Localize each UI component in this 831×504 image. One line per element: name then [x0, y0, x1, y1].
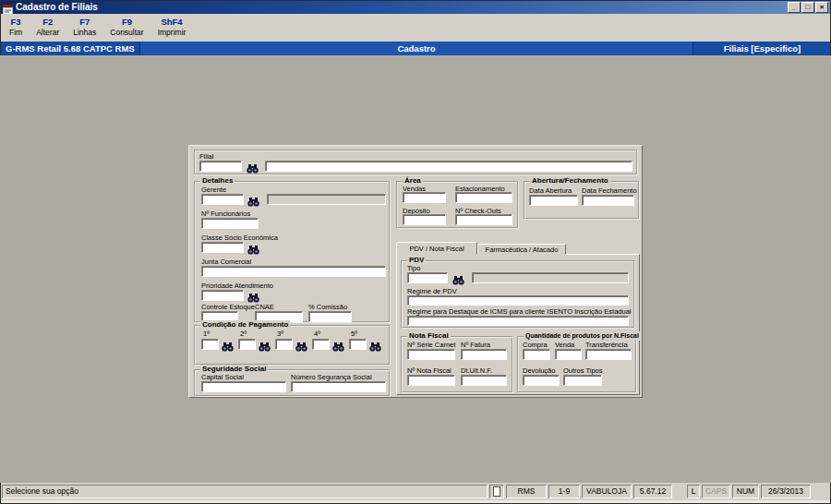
toolbar-key: ShF4 [161, 17, 182, 28]
venda-input[interactable] [555, 349, 582, 360]
num-funcionarios-input[interactable] [201, 218, 259, 229]
serie-carnet-input[interactable] [407, 349, 455, 360]
toolbar-button-fim[interactable]: F3 Fim [6, 16, 26, 39]
binoculars-icon[interactable] [369, 339, 382, 349]
gerente-code-input[interactable] [201, 194, 244, 205]
binoculars-icon[interactable] [332, 339, 345, 349]
tab-farmaceutica-atacado[interactable]: Farmacêutica / Atacado [477, 244, 566, 255]
condicao-1-input[interactable] [201, 339, 219, 350]
transferencia-label: Transferência [585, 341, 628, 349]
header-screen-title: Filiais [Especifico] [692, 42, 831, 55]
filiais-form-panel: Filial Detalhes Gerente Nº Funcionários … [188, 145, 643, 398]
transferencia-input[interactable] [585, 349, 632, 360]
data-fechamento-input[interactable] [582, 195, 634, 206]
window-controls: _ □ × [788, 2, 828, 13]
binoculars-icon[interactable] [247, 194, 260, 204]
numero-seguranca-social-label: Número Segurança Social [291, 373, 372, 381]
check-outs-input[interactable] [455, 214, 512, 225]
fatura-label: Nº Fatura [461, 341, 490, 349]
quantidade-nf-groupbox: Quantidade de produtos por N.Fiscal Comp… [517, 336, 637, 393]
devolucao-label: Devolução [523, 366, 555, 375]
estacionamento-input[interactable] [455, 192, 512, 203]
devolucao-input[interactable] [523, 375, 560, 386]
numero-seguranca-social-input[interactable] [291, 381, 386, 392]
binoculars-icon[interactable] [247, 242, 260, 252]
workspace: Filial Detalhes Gerente Nº Funcionários … [0, 55, 831, 483]
abertura-fechamento-groupbox: Abertura/Fechamento Data Abertura Data F… [524, 181, 640, 220]
data-abertura-label: Data Abertura [529, 186, 572, 195]
condicao-3-input[interactable] [275, 339, 293, 350]
capital-social-input[interactable] [201, 381, 286, 392]
toolbar-button-alterar[interactable]: F2 Alterar [32, 16, 63, 39]
condicao-pagamento-title: Condição de Pagamento [200, 320, 290, 330]
tab-pdv-nota-fiscal[interactable]: PDV / Nota Fiscal [396, 242, 477, 255]
binoculars-icon[interactable] [247, 290, 260, 300]
regime-icms-input[interactable] [407, 316, 629, 326]
filial-code-input[interactable] [199, 161, 242, 172]
binoculars-icon[interactable] [222, 339, 235, 349]
compra-input[interactable] [523, 349, 550, 360]
binoculars-icon[interactable] [247, 161, 259, 171]
outros-tipos-input[interactable] [563, 375, 602, 386]
status-date: 26/3/2013 [761, 485, 811, 498]
condicao-pagamento-groupbox: Condição de Pagamento 1º 2º 3º 4º 5º [194, 325, 391, 366]
condicao-2-label: 2º [240, 330, 247, 338]
nota-fiscal-num-label: Nº Nota Fiscal [407, 366, 452, 375]
classe-socio-economica-input[interactable] [201, 242, 244, 253]
detalhes-groupbox: Detalhes Gerente Nº Funcionários Classe … [194, 181, 391, 323]
status-doc-panel [489, 485, 504, 498]
toolbar-label: Fim [9, 28, 22, 38]
toolbar-label: Imprimir [158, 28, 187, 38]
toolbar-key: F9 [122, 17, 132, 28]
classe-socio-economica-label: Classe Sócio Econômica [201, 234, 278, 242]
regime-pdv-input[interactable] [407, 295, 629, 306]
condicao-5-label: 5º [351, 330, 357, 338]
serie-carnet-label: Nº Série Carnet [407, 341, 455, 349]
junta-comercial-label: Junta Comercial [201, 258, 251, 266]
venda-label: Venda [555, 341, 574, 349]
gerente-name-input [267, 194, 386, 205]
condicao-2-input[interactable] [238, 339, 256, 350]
data-fechamento-label: Data Fechamento [582, 186, 637, 195]
binoculars-icon[interactable] [295, 339, 308, 349]
status-caps-indicator: CAPS [702, 485, 730, 498]
toolbar-button-linhas[interactable]: F7 Linhas [69, 16, 100, 39]
binoculars-icon[interactable] [452, 272, 465, 282]
nota-fiscal-groupbox: Nota Fiscal Nº Série Carnet Nº Fatura Nº… [401, 336, 513, 393]
filial-name-input[interactable] [265, 161, 632, 172]
condicao-4-label: 4º [314, 330, 320, 338]
minimize-button[interactable]: _ [788, 2, 801, 13]
app-window: Cadastro de Filiais _ □ × F3 Fim F2 Alte… [0, 0, 831, 504]
num-funcionarios-label: Nº Funcionários [201, 210, 250, 218]
data-abertura-input[interactable] [529, 195, 578, 206]
condicao-1-label: 1º [203, 330, 210, 338]
abertura-fechamento-title: Abertura/Fechamento [530, 176, 610, 186]
nota-fiscal-num-input[interactable] [407, 375, 455, 386]
gerente-label: Gerente [201, 186, 226, 194]
status-message: Selecione sua opção [2, 485, 488, 498]
restore-button[interactable]: □ [801, 2, 814, 13]
fatura-input[interactable] [461, 349, 507, 360]
toolbar-label: Consultar [110, 28, 143, 38]
filial-label: Filial [199, 152, 213, 161]
binoculars-icon[interactable] [259, 339, 271, 349]
bottom-strip [0, 500, 831, 504]
toolbar-button-imprimir[interactable]: ShF4 Imprimir [154, 16, 190, 39]
detalhes-title: Detalhes [200, 176, 235, 186]
comissao-input[interactable] [308, 311, 352, 322]
junta-comercial-input[interactable] [201, 266, 386, 277]
close-button[interactable]: × [815, 2, 828, 13]
tipo-code-input[interactable] [407, 272, 448, 283]
status-system: RMS [506, 485, 547, 498]
vendas-input[interactable] [403, 192, 446, 203]
toolbar-button-consultar[interactable]: F9 Consultar [106, 16, 147, 39]
toolbar-key: F3 [11, 17, 21, 28]
header-app-title: G-RMS Retail 5.68 CATPC RMS [0, 42, 140, 55]
dt-ult-nf-input[interactable] [461, 375, 507, 386]
tipo-name-input [472, 272, 629, 283]
deposito-input[interactable] [403, 214, 446, 225]
seguridade-social-groupbox: Seguridade Social Capital Social Número … [194, 369, 391, 397]
condicao-5-input[interactable] [349, 339, 367, 350]
prioridade-atendimento-input[interactable] [201, 290, 244, 301]
condicao-4-input[interactable] [312, 339, 330, 350]
